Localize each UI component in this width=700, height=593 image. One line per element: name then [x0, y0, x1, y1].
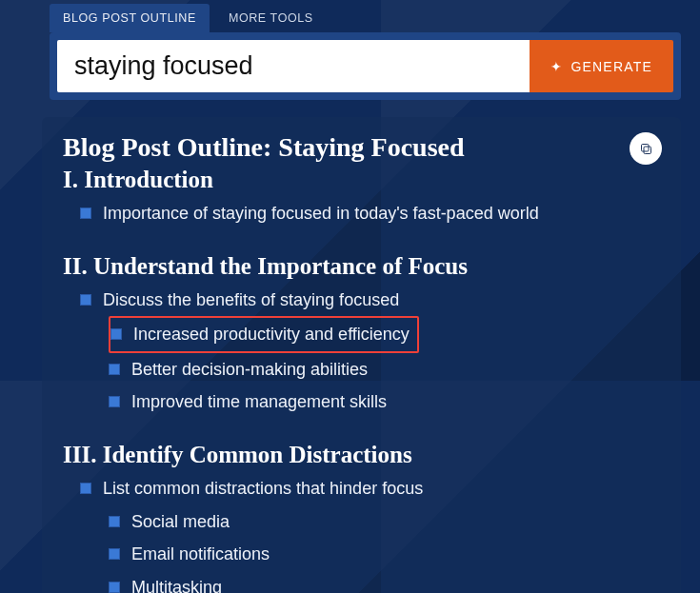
list-item: Discuss the benefits of staying focused — [80, 284, 660, 317]
section-heading: II. Understand the Importance of Focus — [63, 253, 660, 280]
generate-bar: ✦ GENERATE — [50, 32, 681, 100]
list-item: Email notifications — [109, 538, 660, 571]
list-item: Importance of staying focused in today's… — [80, 197, 660, 230]
list-item: Better decision-making abilities — [109, 353, 660, 386]
section-list: Importance of staying focused in today's… — [63, 197, 660, 230]
generate-label: GENERATE — [570, 59, 652, 74]
sparkle-icon: ✦ — [550, 59, 563, 74]
tabs-bar: BLOG POST OUTLINE MORE TOOLS — [0, 0, 700, 32]
tab-blog-post-outline[interactable]: BLOG POST OUTLINE — [50, 4, 210, 32]
list-item-highlighted: Increased productivity and efficiency — [109, 316, 419, 353]
copy-button[interactable] — [630, 132, 662, 165]
list-item: List common distractions that hinder foc… — [80, 472, 660, 505]
section-heading: III. Identify Common Distractions — [63, 442, 660, 468]
result-panel: Blog Post Outline: Staying Focused I. In… — [42, 117, 681, 593]
section-heading: I. Introduction — [63, 167, 660, 193]
list-item: Improved time management skills — [109, 385, 660, 419]
section-list: Discuss the benefits of staying focusedI… — [63, 284, 660, 419]
copy-icon — [639, 142, 653, 156]
section-sublist: Increased productivity and efficiencyBet… — [80, 316, 660, 419]
tab-more-tools[interactable]: MORE TOOLS — [215, 4, 327, 32]
result-title: Blog Post Outline: Staying Focused — [63, 132, 660, 163]
topic-input[interactable] — [57, 40, 530, 92]
svg-rect-0 — [644, 147, 651, 154]
list-item: Social media — [109, 505, 660, 539]
svg-rect-1 — [641, 144, 649, 151]
generate-button[interactable]: ✦ GENERATE — [530, 40, 673, 92]
